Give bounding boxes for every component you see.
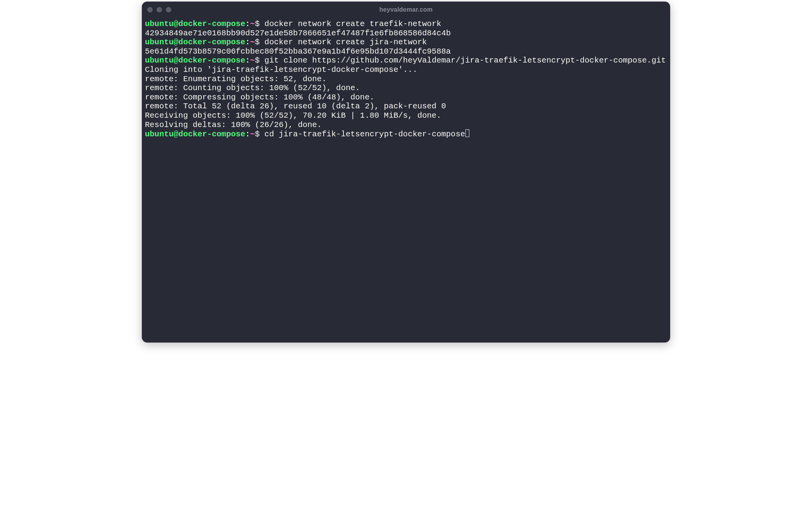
- prompt-symbol: $: [255, 38, 265, 47]
- terminal-line: remote: Total 52 (delta 26), reused 10 (…: [145, 102, 667, 111]
- terminal-line: Resolving deltas: 100% (26/26), done.: [145, 120, 667, 130]
- prompt-symbol: $: [255, 19, 265, 28]
- output-text: remote: Compressing objects: 100% (48/48…: [145, 93, 375, 102]
- prompt-colon: :: [245, 130, 250, 139]
- terminal-line: Receiving objects: 100% (52/52), 70.20 K…: [145, 111, 667, 120]
- output-text: 42934849ae71e0168bb90d527e1de58b7866651e…: [145, 29, 451, 38]
- terminal-line: remote: Counting objects: 100% (52/52), …: [145, 84, 667, 93]
- prompt-colon: :: [245, 19, 250, 28]
- prompt-colon: :: [245, 56, 250, 65]
- prompt-cwd: ~: [250, 56, 255, 65]
- output-text: Resolving deltas: 100% (26/26), done.: [145, 120, 322, 129]
- titlebar: heyvaldemar.com: [142, 2, 670, 18]
- maximize-icon[interactable]: [166, 7, 171, 12]
- prompt-symbol: $: [255, 130, 265, 139]
- terminal-line: 5e61d4fd573b8579c06fcbbec80f52bba367e9a1…: [145, 47, 667, 56]
- window-title: heyvaldemar.com: [142, 6, 670, 13]
- output-text: remote: Total 52 (delta 26), reused 10 (…: [145, 102, 446, 111]
- prompt-cwd: ~: [250, 38, 255, 47]
- close-icon[interactable]: [147, 7, 153, 12]
- terminal-line: ubuntu@docker-compose:~$ cd jira-traefik…: [145, 129, 667, 139]
- command-text: git clone https://github.com/heyValdemar…: [265, 56, 666, 65]
- prompt-colon: :: [245, 38, 250, 47]
- terminal-line: remote: Compressing objects: 100% (48/48…: [145, 93, 667, 102]
- window-controls: [147, 7, 171, 12]
- prompt-user-host: ubuntu@docker-compose: [145, 56, 245, 65]
- prompt-cwd: ~: [250, 130, 255, 139]
- output-text: Cloning into 'jira-traefik-letsencrypt-d…: [145, 65, 417, 74]
- output-text: remote: Enumerating objects: 52, done.: [145, 75, 326, 84]
- terminal-line: ubuntu@docker-compose:~$ git clone https…: [145, 56, 667, 65]
- command-text: cd jira-traefik-letsencrypt-docker-compo…: [265, 130, 465, 139]
- terminal-line: ubuntu@docker-compose:~$ docker network …: [145, 19, 667, 29]
- output-text: remote: Counting objects: 100% (52/52), …: [145, 84, 360, 92]
- prompt-cwd: ~: [250, 19, 255, 28]
- terminal-line: ubuntu@docker-compose:~$ docker network …: [145, 38, 667, 47]
- prompt-symbol: $: [255, 56, 265, 65]
- output-text: 5e61d4fd573b8579c06fcbbec80f52bba367e9a1…: [145, 47, 451, 56]
- command-text: docker network create traefik-network: [265, 19, 441, 28]
- prompt-user-host: ubuntu@docker-compose: [145, 38, 245, 47]
- cursor-icon: [465, 129, 469, 137]
- prompt-user-host: ubuntu@docker-compose: [145, 19, 245, 28]
- terminal-window: heyvaldemar.com ubuntu@docker-compose:~$…: [142, 2, 670, 343]
- terminal-line: Cloning into 'jira-traefik-letsencrypt-d…: [145, 65, 667, 75]
- command-text: docker network create jira-network: [265, 38, 427, 47]
- terminal-line: remote: Enumerating objects: 52, done.: [145, 75, 667, 84]
- output-text: Receiving objects: 100% (52/52), 70.20 K…: [145, 111, 441, 120]
- minimize-icon[interactable]: [157, 7, 162, 12]
- terminal-body[interactable]: ubuntu@docker-compose:~$ docker network …: [142, 18, 670, 343]
- prompt-user-host: ubuntu@docker-compose: [145, 130, 245, 139]
- terminal-line: 42934849ae71e0168bb90d527e1de58b7866651e…: [145, 29, 667, 38]
